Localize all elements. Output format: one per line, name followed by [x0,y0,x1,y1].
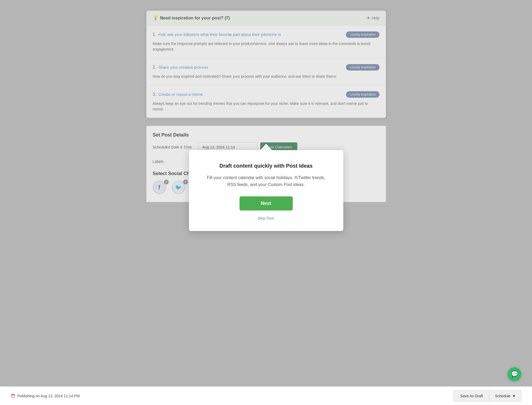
item-1-description: Make sure the response prompts are relev… [153,41,380,52]
hide-icon: 👁 [366,16,370,20]
item-2-badge: Loomly Inspiration [346,64,379,71]
inspiration-item-3: 3. Create or repost a meme Loomly Inspir… [146,85,386,118]
facebook-badge: ✕ [164,180,169,184]
footer-actions: Save As Draft Schedule ▼ [453,390,521,402]
item-2-title[interactable]: Share your creative process [158,65,208,69]
modal-box: Draft content quickly with Post Ideas Fi… [189,150,343,231]
page-wrapper: 💡 Need inspiration for your post? (7) 👁 … [0,0,532,405]
item-1-header: 1. Poll: ask your followers what their f… [153,31,380,38]
item-3-header: 3. Create or repost a meme Loomly Inspir… [153,91,380,98]
item-1-number: 1. [153,32,156,37]
modal-title: Draft content quickly with Post Ideas [202,163,330,169]
publishing-info: ⏰ Publishing on Aug 13, 2024 11:14 PM [11,394,80,398]
modal-arrow [260,144,272,150]
hide-button[interactable]: 👁 Hide [366,16,380,20]
publishing-label: Publishing on Aug 13, 2024 11:14 PM [17,394,80,398]
inspiration-item-1: 1. Poll: ask your followers what their f… [146,26,386,58]
clock-icon: ⏰ [11,394,15,398]
item-2-description: How do you stay inspired and motivated? … [153,74,380,79]
save-draft-button[interactable]: Save As Draft [453,390,489,402]
inspiration-panel: 💡 Need inspiration for your post? (7) 👁 … [146,11,386,118]
schedule-button[interactable]: Schedule ▼ [489,390,521,402]
chat-bubble[interactable]: 💬 [508,367,521,381]
schedule-arrow-icon: ▼ [512,394,516,398]
channel-twitter-wrap: 🐦 ✕ [172,181,187,196]
skip-tour-link[interactable]: Skip Tour [202,216,330,220]
footer-bar: ⏰ Publishing on Aug 13, 2024 11:14 PM Sa… [0,386,532,405]
next-button[interactable]: Next [240,196,293,210]
item-3-badge: Loomly Inspiration [346,91,379,98]
item-3-title[interactable]: Create or repost a meme [158,92,203,97]
hide-label: Hide [372,16,380,20]
item-2-title-wrap: 2. Share your creative process [153,65,208,70]
channel-facebook-wrap: f ✕ [153,181,168,196]
chat-bubble-icon: 💬 [511,371,518,378]
content-area: 💡 Need inspiration for your post? (7) 👁 … [0,5,532,202]
modal-container: Draft content quickly with Post Ideas Fi… [189,144,343,231]
item-1-badge: Loomly Inspiration [346,31,379,38]
set-post-details-title: Set Post Details [153,132,380,138]
item-3-title-wrap: 3. Create or repost a meme [153,92,203,97]
inspiration-header: 💡 Need inspiration for your post? (7) 👁 … [146,11,386,26]
inspiration-item-2: 2. Share your creative process Loomly In… [146,58,386,85]
schedule-label: Schedule [495,394,510,398]
item-1-title-wrap: 1. Poll: ask your followers what their f… [153,32,281,37]
item-2-header: 2. Share your creative process Loomly In… [153,64,380,71]
item-2-number: 2. [153,65,156,69]
inspiration-title: 💡 Need inspiration for your post? (7) [153,15,230,20]
modal-body: Fill your content calendar with social h… [202,174,330,188]
twitter-badge: ✕ [183,180,188,184]
item-1-title[interactable]: Poll: ask your followers what their favo… [158,32,281,37]
item-3-number: 3. [153,92,156,97]
inspiration-title-text: Need inspiration for your post? (7) [160,16,230,20]
item-3-description: Always keep an eye out for trending meme… [153,101,380,112]
bulb-icon: 💡 [153,15,158,20]
